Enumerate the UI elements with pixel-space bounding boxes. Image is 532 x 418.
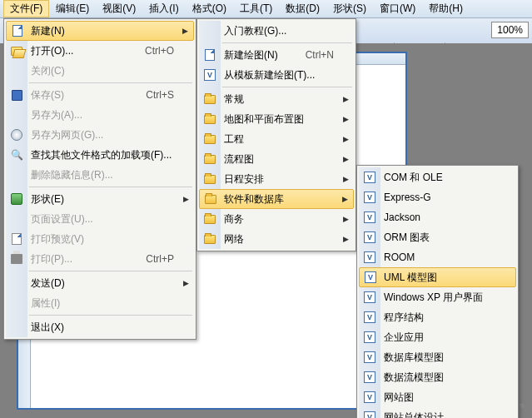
vdoc-icon: V [362, 170, 377, 185]
new-menu-item[interactable]: 软件和数据库▶ [199, 189, 354, 209]
sw-menu-item[interactable]: V网站总体设计 [359, 407, 516, 418]
menu-item-label: UML 模型图 [384, 271, 437, 285]
new-menu-item[interactable]: 入门教程(G)... [199, 21, 354, 41]
menu-file[interactable]: 文件(F) [3, 0, 49, 17]
sw-menu-item[interactable]: V企业应用 [359, 327, 516, 347]
vdoc-icon: V [362, 250, 377, 265]
submenu-arrow-icon: ▶ [343, 115, 349, 123]
menu-item-label: 程序结构 [384, 311, 424, 325]
menu-item-shortcut: Ctrl+S [146, 89, 174, 101]
new-doc-icon [10, 23, 25, 38]
sw-menu-item[interactable]: V数据流模型图 [359, 367, 516, 387]
menu-edit[interactable]: 编辑(E) [49, 0, 96, 17]
sw-menu-item[interactable]: VWindows XP 用户界面 [359, 287, 516, 307]
menu-item-label: 属性(I) [31, 296, 60, 311]
menu-separator [222, 42, 352, 43]
menu-help[interactable]: 帮助(H) [422, 0, 470, 17]
sw-menu-item[interactable]: VORM 图表 [359, 227, 516, 247]
menu-item-label: 数据流模型图 [384, 371, 444, 385]
menu-view[interactable]: 视图(V) [96, 0, 142, 17]
preview-icon [9, 231, 24, 246]
file-menu-item: 保存(S)Ctrl+S [6, 85, 194, 105]
menu-item-label: 网站总体设计 [384, 411, 444, 419]
menu-item-label: COM 和 OLE [384, 171, 443, 185]
file-menu-item[interactable]: 🔍查找其他文件格式的加载项(F)... [6, 145, 194, 165]
search-icon: 🔍 [9, 147, 24, 162]
menu-item-label: 发送(D) [31, 276, 65, 291]
file-menu-item[interactable]: 打开(O)...Ctrl+O [6, 41, 194, 61]
menu-tools[interactable]: 工具(T) [233, 0, 279, 17]
file-menu-item[interactable]: 新建(N)▶ [6, 21, 194, 41]
submenu-arrow-icon: ▶ [343, 215, 349, 223]
menu-item-label: 流程图 [224, 152, 254, 167]
file-menu-item: 打印预览(V) [6, 229, 194, 249]
menu-item-label: 日程安排 [224, 172, 264, 187]
menu-separator [222, 87, 352, 87]
sw-menu-item[interactable]: VExpress-G [359, 187, 516, 207]
new-menu-item[interactable]: 常规▶ [199, 89, 354, 109]
new-menu-item[interactable]: 商务▶ [199, 209, 354, 229]
vdoc-icon: V [202, 67, 217, 82]
new-submenu: 入门教程(G)...新建绘图(N)Ctrl+NV从模板新建绘图(T)...常规▶… [196, 18, 356, 251]
vdoc-icon: V [362, 410, 377, 418]
folder-icon [203, 192, 218, 207]
new-menu-item[interactable]: 日程安排▶ [199, 169, 354, 189]
sw-menu-item[interactable]: V程序结构 [359, 307, 516, 327]
software-db-submenu: VCOM 和 OLEVExpress-GVJacksonVORM 图表VROOM… [356, 165, 519, 418]
new-menu-item[interactable]: 新建绘图(N)Ctrl+N [199, 45, 354, 65]
new-menu-item[interactable]: 网络▶ [199, 229, 354, 249]
file-menu-item[interactable]: 形状(E)▶ [6, 189, 194, 209]
sw-menu-item[interactable]: VJackson [359, 207, 516, 227]
submenu-arrow-icon: ▶ [343, 175, 349, 183]
open-icon [9, 43, 24, 58]
vdoc-icon: V [362, 310, 377, 325]
submenu-arrow-icon: ▶ [342, 195, 348, 203]
folder-icon [202, 211, 217, 226]
print-icon [9, 251, 24, 266]
menu-item-label: 另存为网页(G)... [31, 128, 103, 142]
sw-menu-item[interactable]: V网站图 [359, 387, 516, 407]
vdoc-icon: V [362, 210, 377, 225]
submenu-arrow-icon: ▶ [343, 235, 349, 243]
menu-item-label: 从模板新建绘图(T)... [224, 68, 315, 82]
menu-format[interactable]: 格式(O) [186, 0, 233, 17]
new-menu-item[interactable]: V从模板新建绘图(T)... [199, 65, 354, 85]
new-doc-icon [202, 47, 217, 62]
folder-icon [202, 92, 217, 107]
file-menu-item[interactable]: 发送(D)▶ [6, 273, 194, 293]
menubar: 文件(F) 编辑(E) 视图(V) 插入(I) 格式(O) 工具(T) 数据(D… [0, 0, 532, 18]
menu-item-label: 页面设置(U)... [31, 212, 93, 226]
menu-insert[interactable]: 插入(I) [142, 0, 185, 17]
zoom-value: 100% [497, 24, 523, 36]
menu-item-label: 查找其他文件格式的加载项(F)... [31, 148, 172, 162]
menu-item-label: 关闭(C) [31, 64, 65, 78]
zoom-input[interactable]: 100% [491, 22, 529, 38]
menu-window[interactable]: 窗口(W) [373, 0, 422, 17]
menu-item-label: 另存为(A)... [31, 108, 82, 122]
menu-separator [29, 187, 192, 187]
menu-item-label: ORM 图表 [384, 231, 430, 245]
file-menu-item: 打印(P)...Ctrl+P [6, 249, 194, 269]
vdoc-icon: V [362, 370, 377, 385]
file-menu-item: 另存为网页(G)... [6, 125, 194, 145]
menu-item-shortcut: Ctrl+P [146, 253, 174, 265]
menu-item-label: 网络 [224, 232, 244, 246]
file-menu-item[interactable]: 退出(X) [6, 317, 194, 337]
menu-item-label: 软件和数据库 [224, 192, 284, 207]
vdoc-icon: V [362, 390, 377, 405]
file-menu-item: 删除隐藏信息(R)... [6, 165, 194, 185]
sw-menu-item[interactable]: VROOM [359, 247, 516, 267]
new-menu-item[interactable]: 流程图▶ [199, 149, 354, 169]
menu-item-label: 网站图 [384, 391, 414, 405]
menu-shape[interactable]: 形状(S) [326, 0, 373, 17]
menu-item-label: 数据库模型图 [384, 351, 444, 365]
menu-item-label: 入门教程(G)... [224, 24, 286, 38]
submenu-arrow-icon: ▶ [183, 195, 189, 203]
menu-data[interactable]: 数据(D) [279, 0, 326, 17]
sw-menu-item[interactable]: V数据库模型图 [359, 347, 516, 367]
new-menu-item[interactable]: 地图和平面布置图▶ [199, 109, 354, 129]
menu-item-label: Windows XP 用户界面 [384, 291, 483, 305]
sw-menu-item[interactable]: VUML 模型图 [359, 267, 516, 287]
sw-menu-item[interactable]: VCOM 和 OLE [359, 167, 516, 187]
new-menu-item[interactable]: 工程▶ [199, 129, 354, 149]
